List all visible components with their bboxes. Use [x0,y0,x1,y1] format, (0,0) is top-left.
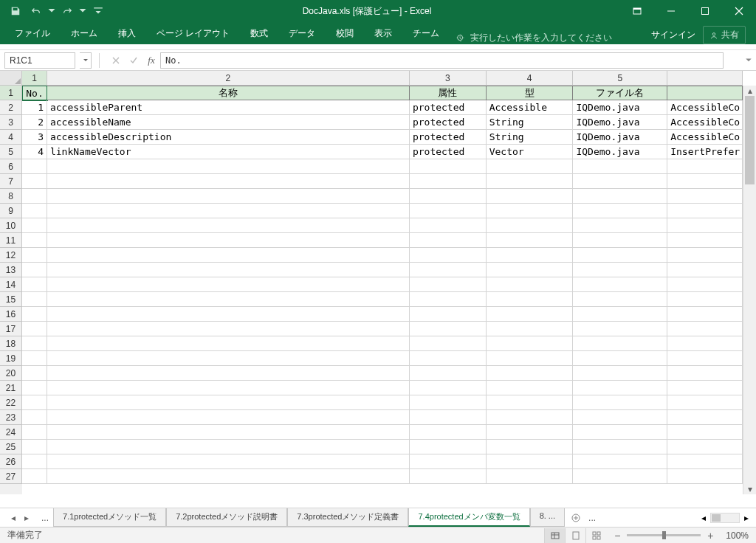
table-cell[interactable] [667,381,743,395]
table-cell[interactable] [487,395,574,410]
save-button[interactable] [6,1,25,21]
table-cell[interactable] [47,440,410,454]
zoom-slider[interactable] [627,534,701,536]
table-cell[interactable] [47,159,410,174]
tab-formulas[interactable]: 数式 [240,23,278,44]
table-cell[interactable]: AccessibleCo [667,130,743,145]
table-cell[interactable] [667,174,743,189]
table-cell[interactable]: accessibleDescription [47,130,410,145]
sheet-tab[interactable]: 7.3protectedメソッド定義書 [287,508,408,527]
table-cell[interactable] [573,395,667,410]
scroll-up-icon[interactable]: ▴ [743,86,756,96]
table-cell[interactable] [410,454,487,469]
table-cell[interactable] [47,366,410,381]
row-header[interactable]: 27 [0,469,22,484]
column-header[interactable] [667,71,743,86]
table-header-cell[interactable]: No. [22,86,47,100]
maximize-button[interactable] [688,0,722,22]
normal-view-button[interactable] [544,528,565,543]
table-cell[interactable] [573,469,667,484]
table-cell[interactable]: AccessibleCo [667,115,743,130]
table-cell[interactable] [573,218,667,233]
sheet-nav-next[interactable]: ▸ [21,511,32,525]
row-header[interactable]: 3 [0,115,22,130]
table-cell[interactable] [22,204,47,218]
row-header[interactable]: 22 [0,395,22,410]
row-header[interactable]: 1 [0,86,22,100]
table-cell[interactable]: protected [410,145,487,159]
table-cell[interactable] [22,248,47,263]
table-cell[interactable] [487,218,574,233]
table-cell[interactable]: 4 [22,145,47,159]
table-cell[interactable] [667,159,743,174]
table-cell[interactable] [487,381,574,395]
table-cell[interactable] [487,248,574,263]
table-cell[interactable] [667,292,743,307]
sheet-tab[interactable]: 7.2protectedメソッド説明書 [166,508,287,527]
table-cell[interactable] [487,189,574,204]
table-header-cell[interactable]: ファイル名 [573,86,667,100]
table-cell[interactable] [47,395,410,410]
table-cell[interactable] [47,263,410,277]
table-header-cell[interactable]: 名称 [47,86,410,100]
table-cell[interactable]: protected [410,100,487,115]
table-cell[interactable] [487,425,574,440]
table-cell[interactable]: accessibleParent [47,100,410,115]
table-cell[interactable] [487,263,574,277]
table-cell[interactable] [667,233,743,248]
table-cell[interactable] [410,159,487,174]
table-cell[interactable] [573,263,667,277]
table-cell[interactable] [22,292,47,307]
row-header[interactable]: 5 [0,145,22,159]
table-cell[interactable] [573,351,667,366]
zoom-out-button[interactable]: − [612,530,622,541]
redo-dropdown-icon[interactable] [78,1,87,21]
table-cell[interactable] [573,189,667,204]
table-cell[interactable] [487,351,574,366]
row-header[interactable]: 26 [0,454,22,469]
table-cell[interactable] [573,307,667,322]
tab-insert[interactable]: 挿入 [108,23,146,44]
table-cell[interactable] [22,351,47,366]
table-cell[interactable] [410,440,487,454]
sheet-nav-prev[interactable]: ◂ [7,511,19,525]
row-header[interactable]: 11 [0,233,22,248]
table-cell[interactable] [410,263,487,277]
table-cell[interactable] [47,233,410,248]
new-sheet-button[interactable] [568,513,584,522]
table-cell[interactable] [47,425,410,440]
table-cell[interactable]: Accessible [487,100,574,115]
table-cell[interactable] [410,218,487,233]
table-cell[interactable] [410,469,487,484]
table-cell[interactable] [47,307,410,322]
row-header[interactable]: 23 [0,410,22,425]
column-header[interactable]: 1 [22,71,47,86]
table-cell[interactable] [410,248,487,263]
select-all-corner[interactable] [0,71,22,86]
table-cell[interactable] [573,454,667,469]
tell-me-search[interactable]: 実行したい作業を入力してください [456,32,612,44]
table-cell[interactable] [22,336,47,351]
insert-function-button[interactable]: fx [142,52,160,69]
table-cell[interactable] [410,204,487,218]
tab-page-layout[interactable]: ページ レイアウト [146,23,240,44]
table-cell[interactable] [22,366,47,381]
table-cell[interactable] [410,381,487,395]
table-cell[interactable] [47,469,410,484]
table-cell[interactable]: Vector [487,145,574,159]
table-cell[interactable]: protected [410,115,487,130]
table-cell[interactable]: IQDemo.java [573,145,667,159]
hscroll-right-icon[interactable]: ▸ [744,513,749,523]
page-break-view-button[interactable] [585,528,606,543]
close-button[interactable] [722,0,756,22]
row-header[interactable]: 15 [0,292,22,307]
ribbon-display-button[interactable] [620,0,654,22]
table-cell[interactable] [22,189,47,204]
table-cell[interactable] [410,174,487,189]
sheet-tabs-ellipsis-right[interactable]: ... [584,513,600,523]
row-header[interactable]: 24 [0,425,22,440]
tab-review[interactable]: 校閲 [326,23,364,44]
tab-home[interactable]: ホーム [61,23,108,44]
table-cell[interactable] [573,277,667,292]
zoom-slider-thumb[interactable] [662,531,666,539]
